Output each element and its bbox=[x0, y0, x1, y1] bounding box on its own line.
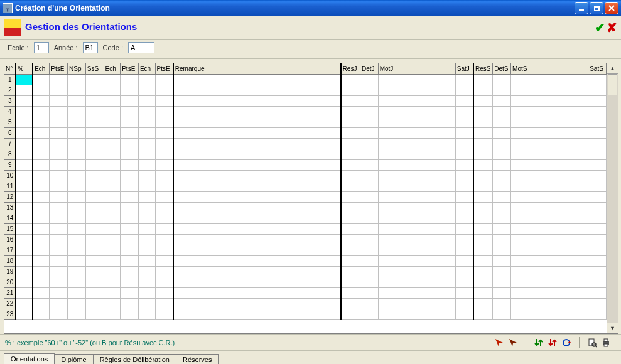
grid-cell[interactable] bbox=[68, 213, 86, 223]
grid-cell[interactable] bbox=[493, 170, 511, 181]
grid-cell[interactable] bbox=[341, 127, 360, 138]
tab-dipl-me[interactable]: Diplôme bbox=[54, 354, 93, 364]
grid-cell[interactable] bbox=[138, 266, 155, 277]
grid-cell[interactable] bbox=[50, 181, 68, 191]
grid-cell[interactable] bbox=[473, 234, 493, 245]
grid-cell[interactable] bbox=[511, 277, 588, 287]
grid-cell[interactable] bbox=[455, 117, 473, 127]
grid-cell[interactable] bbox=[85, 106, 104, 117]
grid-cell[interactable] bbox=[85, 223, 104, 234]
table-row[interactable]: 1 bbox=[4, 74, 607, 85]
grid-cell[interactable] bbox=[473, 255, 493, 266]
grid-cell[interactable] bbox=[16, 149, 33, 159]
grid-cell[interactable] bbox=[16, 202, 33, 213]
grid-cell[interactable] bbox=[121, 298, 139, 309]
grid-cell[interactable] bbox=[50, 245, 68, 255]
table-row[interactable]: 4 bbox=[4, 106, 607, 117]
grid-cell[interactable] bbox=[68, 266, 86, 277]
grid-cell[interactable] bbox=[68, 255, 86, 266]
grid-cell[interactable] bbox=[85, 191, 104, 202]
grid-cell[interactable] bbox=[16, 266, 33, 277]
grid-cell[interactable] bbox=[155, 170, 173, 181]
grid-cell[interactable] bbox=[68, 159, 86, 170]
grid-cell[interactable] bbox=[341, 277, 360, 287]
grid-cell[interactable] bbox=[173, 213, 341, 223]
grid-cell[interactable] bbox=[493, 85, 511, 95]
grid-cell[interactable] bbox=[493, 149, 511, 159]
row-number-cell[interactable]: 20 bbox=[4, 277, 16, 287]
close-button[interactable] bbox=[605, 2, 618, 14]
grid-cell[interactable] bbox=[588, 106, 607, 117]
table-row[interactable]: 15 bbox=[4, 223, 607, 234]
row-number-cell[interactable]: 7 bbox=[4, 138, 16, 149]
grid-cell[interactable] bbox=[473, 95, 493, 106]
grid-cell[interactable] bbox=[16, 74, 33, 85]
grid-cell[interactable] bbox=[155, 202, 173, 213]
grid-cell[interactable] bbox=[588, 149, 607, 159]
grid-cell[interactable] bbox=[155, 298, 173, 309]
grid-cell[interactable] bbox=[341, 298, 360, 309]
grid-cell[interactable] bbox=[341, 213, 360, 223]
grid-cell[interactable] bbox=[473, 149, 493, 159]
grid-cell[interactable] bbox=[104, 181, 121, 191]
grid-cell[interactable] bbox=[121, 74, 139, 85]
grid-cell[interactable] bbox=[155, 127, 173, 138]
grid-cell[interactable] bbox=[173, 181, 341, 191]
grid-cell[interactable] bbox=[155, 266, 173, 277]
grid-cell[interactable] bbox=[378, 223, 455, 234]
grid-cell[interactable] bbox=[85, 277, 104, 287]
grid-cell[interactable] bbox=[455, 298, 473, 309]
grid-cell[interactable] bbox=[68, 245, 86, 255]
grid-cell[interactable] bbox=[68, 138, 86, 149]
grid-cell[interactable] bbox=[68, 287, 86, 298]
grid-cell[interactable] bbox=[155, 245, 173, 255]
grid-cell[interactable] bbox=[68, 202, 86, 213]
grid-cell[interactable] bbox=[85, 74, 104, 85]
grid-cell[interactable] bbox=[85, 309, 104, 319]
grid-cell[interactable] bbox=[173, 149, 341, 159]
grid-cell[interactable] bbox=[378, 95, 455, 106]
col-satj[interactable]: SatJ bbox=[455, 63, 473, 74]
grid-cell[interactable] bbox=[33, 234, 50, 245]
grid-cell[interactable] bbox=[121, 234, 139, 245]
grid-cell[interactable] bbox=[155, 95, 173, 106]
grid-cell[interactable] bbox=[85, 287, 104, 298]
grid-cell[interactable] bbox=[341, 309, 360, 319]
grid-cell[interactable] bbox=[50, 106, 68, 117]
grid-cell[interactable] bbox=[473, 213, 493, 223]
grid-cell[interactable] bbox=[455, 191, 473, 202]
grid-cell[interactable] bbox=[341, 245, 360, 255]
grid-cell[interactable] bbox=[493, 138, 511, 149]
grid-cell[interactable] bbox=[473, 309, 493, 319]
grid-cell[interactable] bbox=[493, 191, 511, 202]
grid-cell[interactable] bbox=[50, 95, 68, 106]
grid-cell[interactable] bbox=[104, 149, 121, 159]
grid-cell[interactable] bbox=[173, 245, 341, 255]
grid-cell[interactable] bbox=[341, 138, 360, 149]
grid-cell[interactable] bbox=[455, 85, 473, 95]
grid-cell[interactable] bbox=[511, 298, 588, 309]
grid-cell[interactable] bbox=[511, 309, 588, 319]
grid-cell[interactable] bbox=[378, 170, 455, 181]
grid-cell[interactable] bbox=[493, 266, 511, 277]
grid-cell[interactable] bbox=[341, 74, 360, 85]
grid-cell[interactable] bbox=[50, 191, 68, 202]
grid-cell[interactable] bbox=[378, 298, 455, 309]
table-row[interactable]: 18 bbox=[4, 255, 607, 266]
grid-cell[interactable] bbox=[493, 309, 511, 319]
grid-cell[interactable] bbox=[493, 245, 511, 255]
grid-cell[interactable] bbox=[138, 138, 155, 149]
table-row[interactable]: 3 bbox=[4, 95, 607, 106]
grid-cell[interactable] bbox=[511, 138, 588, 149]
grid-cell[interactable] bbox=[341, 181, 360, 191]
grid-cell[interactable] bbox=[121, 149, 139, 159]
grid-cell[interactable] bbox=[473, 277, 493, 287]
grid-cell[interactable] bbox=[33, 255, 50, 266]
grid-cell[interactable] bbox=[455, 277, 473, 287]
grid-cell[interactable] bbox=[104, 138, 121, 149]
grid-cell[interactable] bbox=[50, 287, 68, 298]
grid-cell[interactable] bbox=[138, 159, 155, 170]
grid-cell[interactable] bbox=[511, 213, 588, 223]
grid-cell[interactable] bbox=[121, 223, 139, 234]
grid-cell[interactable] bbox=[33, 266, 50, 277]
